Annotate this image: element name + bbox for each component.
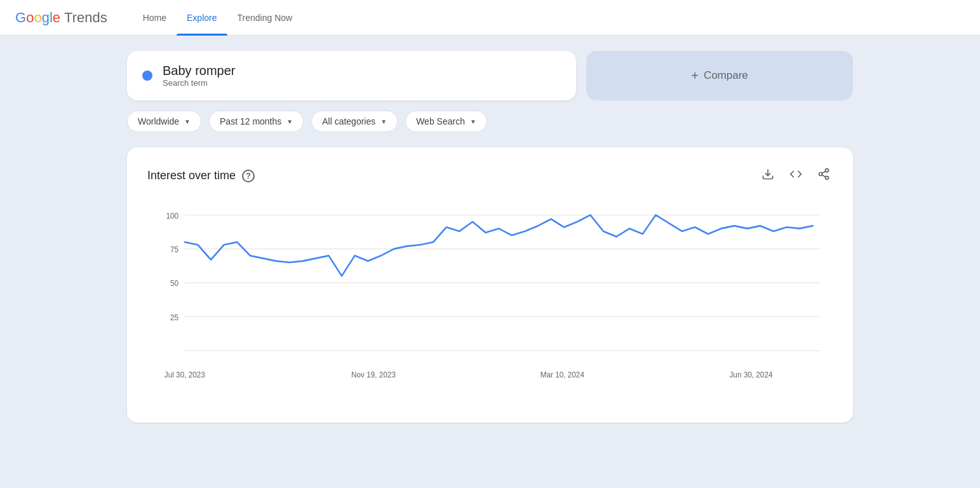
svg-text:100: 100 — [166, 211, 178, 220]
embed-icon[interactable] — [787, 165, 805, 186]
filter-time[interactable]: Past 12 months ▼ — [209, 111, 304, 132]
search-term-card: Baby romper Search term — [127, 51, 576, 100]
filter-category[interactable]: All categories ▼ — [311, 111, 398, 132]
filter-time-label: Past 12 months — [220, 116, 281, 126]
svg-text:50: 50 — [170, 279, 178, 288]
logo[interactable]: Google Trends — [15, 10, 107, 26]
svg-text:Jul 30, 2023: Jul 30, 2023 — [164, 370, 205, 380]
nav-item-explore[interactable]: Explore — [177, 0, 227, 36]
compare-plus-icon: + — [691, 69, 699, 83]
nav-item-trending[interactable]: Trending Now — [227, 0, 303, 36]
search-term-text: Baby romper Search term — [163, 64, 236, 88]
page-content: Baby romper Search term + Compare Worldw… — [0, 36, 980, 438]
chart-title: Interest over time — [147, 169, 236, 182]
svg-text:25: 25 — [170, 313, 178, 322]
download-icon[interactable] — [759, 165, 777, 186]
search-term-label: Baby romper — [163, 64, 236, 78]
chart-title-area: Interest over time ? — [147, 169, 255, 182]
chevron-down-icon: ▼ — [470, 118, 476, 125]
svg-line-4 — [822, 175, 826, 177]
interest-chart: 100 75 50 25 Jul 30, 2023 Nov 19, 2023 M… — [147, 201, 833, 405]
search-area: Baby romper Search term + Compare — [127, 51, 853, 100]
svg-point-1 — [826, 169, 829, 172]
svg-line-5 — [822, 171, 826, 173]
search-type-label: Search term — [163, 78, 236, 88]
filter-search-type-label: Web Search — [416, 116, 465, 126]
filter-search-type[interactable]: Web Search ▼ — [405, 111, 487, 132]
filter-category-label: All categories — [322, 116, 375, 126]
main-nav: Home Explore Trending Now — [133, 0, 302, 36]
svg-text:Jun 30, 2024: Jun 30, 2024 — [730, 370, 773, 380]
interest-over-time-card: Interest over time ? — [127, 147, 853, 423]
chevron-down-icon: ▼ — [380, 118, 387, 125]
search-dot — [142, 71, 152, 81]
chart-header: Interest over time ? — [147, 165, 833, 186]
logo-google-text: Google — [15, 10, 60, 26]
svg-text:Nov 19, 2023: Nov 19, 2023 — [351, 370, 396, 380]
chevron-down-icon: ▼ — [184, 118, 191, 125]
svg-text:75: 75 — [170, 245, 178, 255]
chart-actions — [759, 165, 833, 186]
logo-trends-text: Trends — [64, 10, 107, 26]
share-icon[interactable] — [815, 165, 833, 186]
filter-region-label: Worldwide — [138, 116, 179, 126]
compare-label: Compare — [704, 69, 748, 82]
nav-item-home[interactable]: Home — [133, 0, 177, 36]
compare-card[interactable]: + Compare — [586, 51, 853, 100]
svg-point-3 — [826, 176, 829, 179]
chart-container: 100 75 50 25 Jul 30, 2023 Nov 19, 2023 M… — [147, 201, 833, 405]
header: Google Trends Home Explore Trending Now — [0, 0, 980, 36]
filters-bar: Worldwide ▼ Past 12 months ▼ All categor… — [127, 111, 853, 132]
svg-text:Mar 10, 2024: Mar 10, 2024 — [540, 370, 584, 380]
svg-point-2 — [819, 173, 822, 176]
help-icon[interactable]: ? — [242, 170, 255, 182]
chevron-down-icon: ▼ — [286, 118, 293, 125]
filter-region[interactable]: Worldwide ▼ — [127, 111, 201, 132]
